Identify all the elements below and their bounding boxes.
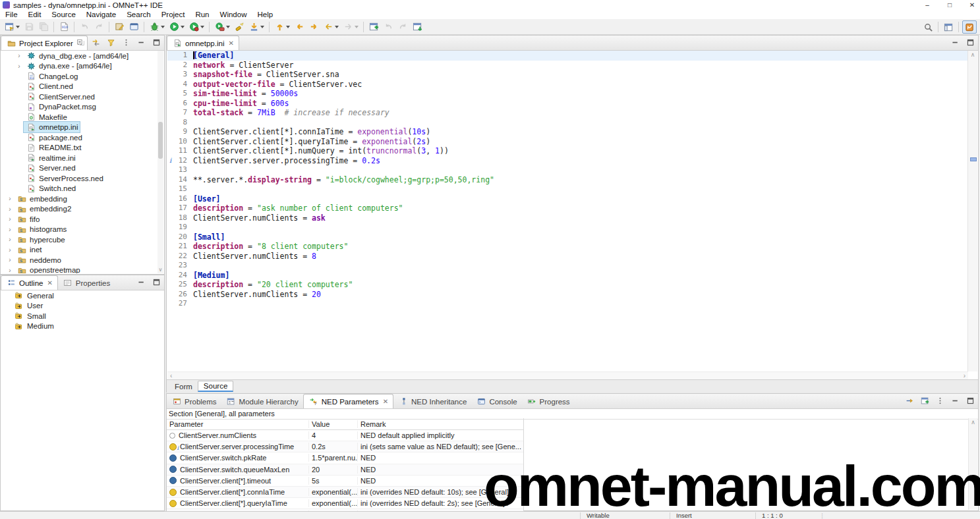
tab-progress[interactable]: Progress: [522, 395, 575, 408]
profile-dropdown-icon[interactable]: [200, 26, 204, 28]
minimize-button[interactable]: [949, 37, 961, 48]
tab-ned-parameters[interactable]: ?NED Parameters✕: [303, 394, 393, 408]
save-all-button[interactable]: [37, 20, 50, 34]
pin-editor-button[interactable]: [367, 20, 380, 34]
tree-item-inet[interactable]: ›Sinet: [1, 245, 158, 256]
table-row[interactable]: ClientServer.switch.queueMaxLen20NED: [167, 464, 523, 476]
open-perspective-button[interactable]: [942, 20, 955, 34]
menu-window[interactable]: Window: [215, 10, 252, 19]
search-button[interactable]: [921, 20, 935, 34]
open-new-view-button[interactable]: [919, 395, 931, 406]
column-header-remark[interactable]: Remark: [358, 420, 523, 428]
run-button[interactable]: [167, 20, 186, 34]
new-wizard-button[interactable]: [3, 20, 21, 34]
table-row[interactable]: iClientServer.server.processingTime0.2si…: [167, 441, 523, 452]
chevron-right-icon[interactable]: ›: [5, 236, 14, 243]
new-wizard-dropdown-icon[interactable]: [16, 26, 20, 28]
chevron-right-icon[interactable]: ›: [5, 215, 14, 223]
go-into-button[interactable]: [273, 20, 291, 34]
tree-item-dynapacket-msg[interactable]: mDynaPacket.msg: [1, 102, 158, 113]
tree-item-serverprocess-ned[interactable]: ServerProcess.ned: [1, 173, 158, 184]
maximize-button[interactable]: [964, 395, 976, 406]
tree-item-embedding2[interactable]: ›Sembedding2: [1, 204, 158, 215]
outline-item-general[interactable]: General: [1, 290, 163, 301]
maximize-button[interactable]: [150, 277, 162, 288]
simulation-perspective-button[interactable]: [962, 20, 977, 34]
column-header-value[interactable]: Value: [309, 420, 358, 428]
chevron-right-icon[interactable]: ›: [5, 246, 14, 254]
tree-item-dyna-exe-amd64-le-[interactable]: ›dyna.exe - [amd64/le]: [1, 61, 158, 72]
tree-item-neddemo[interactable]: ›Sneddemo: [1, 255, 158, 265]
tree-item-makefile[interactable]: Makefile: [1, 112, 158, 123]
redo-alt-button[interactable]: [396, 20, 409, 34]
explorer-scrollbar[interactable]: ∨: [158, 51, 163, 273]
menu-file[interactable]: File: [0, 10, 23, 19]
undo-alt-button[interactable]: [382, 20, 395, 34]
open-graphical-editor-button[interactable]: [113, 20, 126, 34]
table-row[interactable]: ClientServer.client[*].connIaTimeexponen…: [167, 487, 523, 498]
show-view-button[interactable]: [127, 20, 140, 34]
undo-button[interactable]: [78, 20, 91, 34]
tree-item-fifo[interactable]: ›Sfifo: [1, 214, 158, 225]
minimize-button[interactable]: [135, 37, 147, 48]
view-menu-button[interactable]: [934, 395, 946, 406]
close-icon[interactable]: ✕: [228, 40, 233, 47]
window-maximize-button[interactable]: □: [946, 0, 954, 10]
menu-source[interactable]: Source: [46, 10, 80, 19]
previous-annotation-button[interactable]: [293, 20, 306, 34]
tab-properties[interactable]: Properties: [58, 276, 115, 290]
back-dropdown-icon[interactable]: [335, 26, 339, 28]
tree-item-dyna-dbg-exe-amd64-le-[interactable]: ›dyna_dbg.exe - [amd64/le]: [1, 51, 158, 61]
chevron-right-icon[interactable]: ›: [14, 52, 24, 59]
tree-item-readme-txt[interactable]: README.txt: [1, 143, 158, 153]
tab-source[interactable]: Source: [198, 381, 233, 392]
build-all-button[interactable]: 010: [57, 20, 71, 34]
table-row[interactable]: ClientServer.client[*].timeout5sNED: [167, 476, 523, 487]
menu-help[interactable]: Help: [252, 10, 278, 19]
window-close-button[interactable]: ✕: [968, 0, 976, 10]
next-annotation-button[interactable]: [307, 20, 320, 34]
tab-form[interactable]: Form: [169, 382, 198, 391]
tab-module-hierarchy[interactable]: Module Hierarchy: [221, 395, 303, 408]
menu-search[interactable]: Search: [121, 10, 156, 19]
chevron-right-icon[interactable]: ›: [5, 205, 14, 213]
window-minimize-button[interactable]: –: [923, 0, 931, 10]
last-edit-location-button[interactable]: [411, 20, 424, 34]
debug-dropdown-icon[interactable]: [161, 26, 165, 28]
go-into-dropdown-icon[interactable]: [286, 26, 290, 28]
chevron-right-icon[interactable]: ›: [14, 63, 24, 70]
menu-project[interactable]: Project: [156, 10, 190, 19]
tree-item-embedding[interactable]: ›Sembedding: [1, 194, 158, 204]
close-icon[interactable]: ✕: [383, 398, 388, 405]
tab-editor-omnetpp.ini[interactable]: omnetpp.ini✕: [167, 36, 239, 50]
tree-item-clientserver-ned[interactable]: ClientServer.ned: [1, 92, 158, 102]
outline-item-user[interactable]: User: [1, 301, 163, 312]
close-icon[interactable]: ✕: [47, 279, 52, 287]
forward-dropdown-icon[interactable]: [355, 26, 359, 28]
maximize-button[interactable]: [150, 37, 162, 48]
overview-ruler[interactable]: ∧: [967, 51, 977, 371]
table-row[interactable]: ClientServer.client[*].queryIaTimeexpone…: [167, 498, 523, 509]
view-menu-button[interactable]: [120, 37, 132, 48]
tree-item-histograms[interactable]: ›Shistograms: [1, 225, 158, 235]
table-row[interactable]: ClientServer.switch.pkRate1.5*parent.nu.…: [167, 452, 523, 464]
tab-ned-inheritance[interactable]: NED Inheritance: [393, 395, 471, 408]
load-config-button[interactable]: [247, 20, 266, 34]
tree-item-client-ned[interactable]: Client.ned: [1, 82, 158, 92]
tree-item-package-ned[interactable]: package.ned: [1, 132, 158, 143]
tree-item-openstreetmap[interactable]: ›Sopenstreetmap: [1, 265, 158, 274]
redo-button[interactable]: [92, 20, 105, 34]
menu-edit[interactable]: Edit: [23, 10, 47, 19]
minimize-button[interactable]: [949, 395, 961, 406]
outline-item-medium[interactable]: Medium: [1, 321, 163, 332]
minimize-button[interactable]: [135, 277, 147, 288]
ini-source-editor[interactable]: 1[General]2network = ClientServer3snapsh…: [167, 51, 968, 371]
chevron-right-icon[interactable]: ›: [5, 195, 14, 202]
horizontal-sash[interactable]: [166, 393, 980, 393]
menu-run[interactable]: Run: [190, 10, 214, 19]
external-tools-dropdown-icon[interactable]: [226, 26, 230, 28]
run-dropdown-icon[interactable]: [181, 26, 185, 28]
search-tool-button[interactable]: [233, 20, 246, 34]
chevron-right-icon[interactable]: ›: [5, 226, 14, 233]
maximize-button[interactable]: [964, 37, 976, 48]
